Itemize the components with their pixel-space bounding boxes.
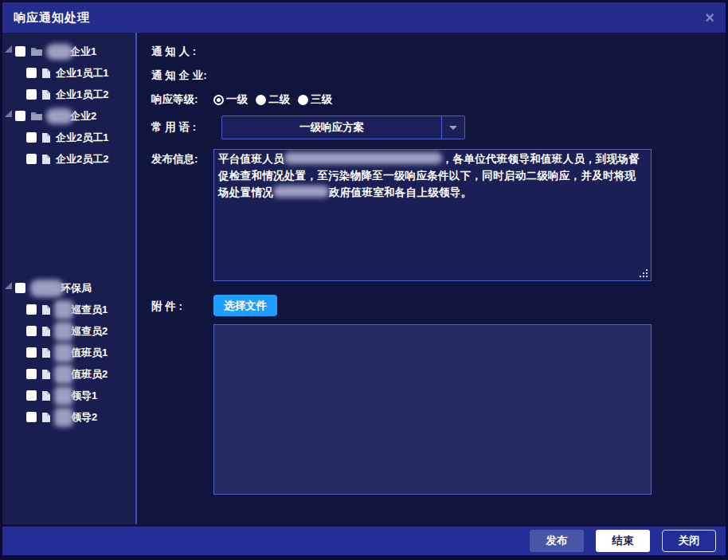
tree-checkbox[interactable] bbox=[26, 369, 37, 379]
radio-unselected-icon[interactable] bbox=[298, 95, 308, 105]
tree-checkbox[interactable] bbox=[26, 89, 37, 100]
tree-leaf-enterprise2-staff2[interactable]: 企业2员工2 bbox=[2, 148, 135, 170]
file-icon bbox=[41, 390, 51, 401]
tree-checkbox[interactable] bbox=[15, 46, 25, 57]
radio-label: 一级 bbox=[226, 92, 248, 107]
tree-spacer bbox=[2, 170, 135, 277]
file-icon bbox=[41, 304, 51, 315]
tree-item-label: 值班员2 bbox=[71, 367, 108, 382]
close-button[interactable]: 关闭 bbox=[662, 530, 716, 552]
notify-enterprise-label: 通 知 企 业: bbox=[151, 69, 213, 83]
dialog-footer: 发布 结束 关闭 bbox=[2, 524, 726, 555]
radio-selected-icon[interactable] bbox=[213, 95, 224, 105]
publish-info-label: 发布信息: bbox=[151, 149, 213, 166]
expand-arrow-icon[interactable] bbox=[5, 45, 12, 53]
attachment-list bbox=[213, 324, 652, 495]
radio-level-1[interactable]: 一级 bbox=[213, 92, 248, 107]
file-icon bbox=[41, 369, 51, 380]
tree-item-label: 领导1 bbox=[71, 389, 97, 403]
redaction-blur bbox=[284, 152, 442, 164]
file-icon bbox=[41, 68, 51, 79]
redaction-blur bbox=[54, 386, 73, 405]
notification-form: 通 知 人 : 通 知 企 业: 响应等级: 一级 二级 bbox=[137, 33, 726, 524]
tree-checkbox[interactable] bbox=[15, 111, 25, 121]
tree-item-label: 巡查员2 bbox=[71, 324, 108, 339]
tree-leaf-enterprise1-staff2[interactable]: 企业1员工2 bbox=[2, 84, 135, 105]
tree-leaf-duty-officer1[interactable]: 值班员1 bbox=[2, 342, 135, 363]
common-phrase-select[interactable]: 一级响应方案 bbox=[221, 116, 465, 139]
tree-checkbox[interactable] bbox=[26, 304, 37, 315]
dropdown-arrow-button[interactable] bbox=[441, 116, 464, 139]
file-icon bbox=[41, 347, 51, 358]
file-icon bbox=[41, 89, 51, 100]
recipient-tree: 企业1 企业1员工1 企业1员工2 bbox=[2, 33, 137, 524]
tree-leaf-leader2[interactable]: 领导2 bbox=[2, 406, 135, 428]
redaction-blur bbox=[54, 343, 73, 362]
radio-unselected-icon[interactable] bbox=[256, 95, 266, 105]
tree-leaf-duty-officer2[interactable]: 值班员2 bbox=[2, 363, 135, 385]
redaction-blur bbox=[273, 186, 329, 198]
title-bar: 响应通知处理 × bbox=[2, 2, 726, 33]
tree-item-label: 巡查员1 bbox=[71, 303, 108, 317]
textarea-resize-handle[interactable] bbox=[646, 276, 648, 277]
publish-message-textarea[interactable]: 平台值班人员，各单位代班领导和值班人员，到现场督促检查和情况处置，至污染物降至一… bbox=[213, 149, 652, 281]
folder-icon bbox=[30, 46, 43, 57]
tree-checkbox[interactable] bbox=[26, 154, 37, 164]
message-text: 平台值班人员 bbox=[218, 153, 284, 165]
redaction-blur bbox=[46, 108, 73, 124]
tree-leaf-inspector1[interactable]: 巡查员1 bbox=[2, 299, 135, 320]
radio-label: 二级 bbox=[268, 92, 290, 107]
attachment-area: 选择文件 bbox=[213, 295, 652, 495]
radio-label: 三级 bbox=[311, 92, 332, 107]
redaction-blur bbox=[30, 280, 64, 297]
redaction-blur bbox=[54, 300, 73, 319]
end-button[interactable]: 结束 bbox=[596, 530, 650, 552]
tree-item-label: 企业2员工1 bbox=[56, 131, 108, 145]
radio-level-3[interactable]: 三级 bbox=[298, 92, 332, 107]
tree-leaf-enterprise1-staff1[interactable]: 企业1员工1 bbox=[2, 62, 135, 84]
tree-item-label: 环保局 bbox=[61, 281, 92, 296]
tree-checkbox[interactable] bbox=[26, 68, 37, 78]
choose-file-button[interactable]: 选择文件 bbox=[213, 295, 277, 316]
tree-checkbox[interactable] bbox=[26, 132, 37, 143]
redaction-blur bbox=[46, 44, 73, 60]
response-level-label: 响应等级: bbox=[151, 92, 213, 107]
publish-info-row: 发布信息: 平台值班人员，各单位代班领导和值班人员，到现场督促检查和情况处置，至… bbox=[151, 149, 726, 281]
tree-item-label: 领导2 bbox=[71, 410, 97, 425]
tree-item-label: 企业2员工2 bbox=[56, 152, 108, 166]
tree-checkbox[interactable] bbox=[26, 390, 37, 401]
publish-button[interactable]: 发布 bbox=[530, 530, 584, 552]
tree-leaf-enterprise2-staff1[interactable]: 企业2员工1 bbox=[2, 127, 135, 148]
message-text: 政府值班室和各自上级领导。 bbox=[329, 186, 472, 198]
tree-checkbox[interactable] bbox=[15, 283, 25, 293]
tree-leaf-leader1[interactable]: 领导1 bbox=[2, 385, 135, 406]
file-icon bbox=[41, 132, 51, 143]
tree-item-label: 企业1 bbox=[70, 45, 96, 59]
response-level-radio-group: 一级 二级 三级 bbox=[213, 92, 332, 107]
tree-checkbox[interactable] bbox=[26, 347, 37, 358]
tree-leaf-inspector2[interactable]: 巡查员2 bbox=[2, 320, 135, 342]
tree-item-label: 企业2 bbox=[70, 109, 96, 123]
tree-item-label: 企业1员工2 bbox=[56, 88, 108, 102]
tree-group-enterprise1[interactable]: 企业1 bbox=[2, 41, 135, 62]
tree-checkbox[interactable] bbox=[26, 326, 37, 336]
file-icon bbox=[41, 412, 51, 423]
close-icon[interactable]: × bbox=[705, 10, 714, 25]
response-level-row: 响应等级: 一级 二级 三级 bbox=[151, 92, 726, 108]
response-notification-dialog: 响应通知处理 × 企业1 企业1员工1 bbox=[0, 0, 728, 560]
notifier-row: 通 知 人 : bbox=[151, 44, 726, 60]
notifier-label: 通 知 人 : bbox=[151, 45, 213, 59]
common-phrase-label: 常 用 语 : bbox=[151, 120, 213, 135]
tree-checkbox[interactable] bbox=[26, 412, 37, 422]
tree-group-enterprise2[interactable]: 企业2 bbox=[2, 105, 135, 127]
expand-arrow-icon[interactable] bbox=[5, 110, 12, 117]
tree-group-epa-bureau[interactable]: 环保局 bbox=[2, 277, 135, 299]
expand-arrow-icon[interactable] bbox=[5, 282, 12, 289]
redaction-blur bbox=[54, 322, 73, 341]
common-phrase-row: 常 用 语 : 一级响应方案 bbox=[151, 116, 726, 139]
radio-level-2[interactable]: 二级 bbox=[256, 92, 290, 107]
file-icon bbox=[41, 154, 51, 165]
attachment-label: 附 件 : bbox=[151, 295, 213, 314]
chevron-down-icon bbox=[449, 126, 457, 130]
dialog-title: 响应通知处理 bbox=[14, 10, 90, 25]
